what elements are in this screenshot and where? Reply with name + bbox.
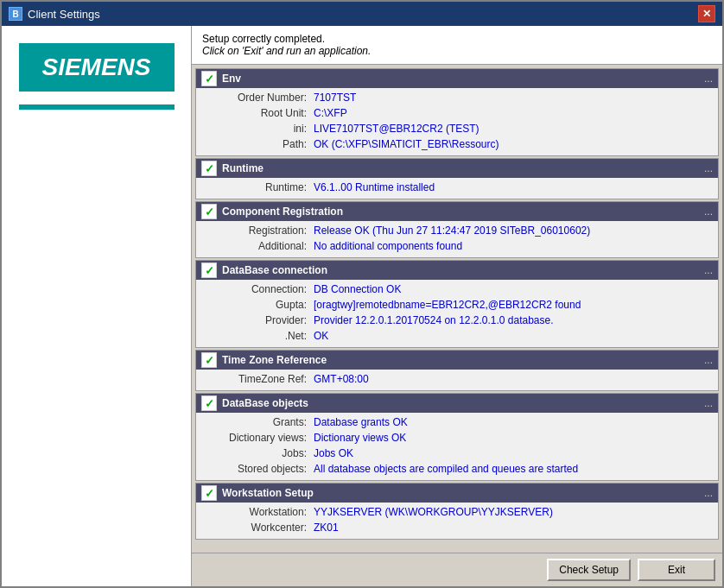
- section-title-component-registration: Component Registration: [222, 205, 704, 218]
- field-value: Release OK (Thu Jun 27 11:24:47 2019 SIT…: [314, 224, 713, 237]
- field-row: Additional:No additional components foun…: [201, 239, 713, 255]
- section-header-database-objects: ✓DataBase objects...: [196, 394, 718, 413]
- section-header-timezone: ✓Time Zone Reference...: [196, 351, 718, 370]
- check-setup-button[interactable]: Check Setup: [547, 559, 631, 581]
- section-dots-component-registration[interactable]: ...: [704, 205, 713, 218]
- close-button[interactable]: ✕: [698, 5, 715, 22]
- section-title-database-objects: DataBase objects: [222, 397, 704, 409]
- checkmark-icon-env: ✓: [205, 73, 214, 85]
- field-row: Path:OK (C:\XFP\SIMATICIT_EBR\Ressourc): [201, 137, 713, 153]
- field-row: Stored objects:All database objects are …: [201, 462, 713, 477]
- sidebar: SIEMENS: [2, 26, 192, 586]
- section-dots-database-connection[interactable]: ...: [704, 264, 713, 276]
- section-header-component-registration: ✓Component Registration...: [196, 202, 718, 221]
- section-dots-database-objects[interactable]: ...: [704, 397, 713, 409]
- section-dots-runtime[interactable]: ...: [704, 162, 713, 174]
- section-runtime: ✓Runtime...Runtime:V6.1..00 Runtime inst…: [195, 158, 719, 199]
- exit-button[interactable]: Exit: [638, 559, 715, 581]
- field-value: 7107TST: [314, 92, 713, 104]
- section-check-component-registration: ✓: [201, 204, 217, 219]
- section-check-runtime: ✓: [201, 161, 217, 176]
- field-value: ZK01: [314, 522, 713, 534]
- title-bar-left: B Client Settings: [9, 7, 100, 21]
- field-label: Root Unit:: [201, 107, 314, 119]
- field-value: Provider 12.2.0.1.20170524 on 12.2.0.1.0…: [314, 314, 713, 326]
- section-check-timezone: ✓: [201, 352, 217, 368]
- bottom-bar: Check Setup Exit: [192, 553, 722, 586]
- field-row: TimeZone Ref:GMT+08:00: [201, 372, 713, 388]
- sections-container: ✓Env...Order Number:7107TSTRoot Unit:C:\…: [192, 65, 722, 553]
- field-label: Path:: [201, 138, 314, 150]
- field-value: OK (C:\XFP\SIMATICIT_EBR\Ressourc): [314, 138, 713, 150]
- app-icon: B: [9, 7, 22, 21]
- field-value: LIVE7107TST@EBR12CR2 (TEST): [314, 123, 713, 135]
- field-label: Grants:: [201, 416, 314, 428]
- field-row: Connection:DB Connection OK: [201, 282, 713, 298]
- section-body-timezone: TimeZone Ref:GMT+08:00: [196, 370, 718, 390]
- section-body-runtime: Runtime:V6.1..00 Runtime installed: [196, 178, 718, 199]
- field-label: Workcenter:: [201, 522, 314, 534]
- field-label: Registration:: [201, 224, 314, 237]
- checkmark-icon-timezone: ✓: [205, 354, 214, 367]
- main-panel: Setup correctly completed. Click on 'Exi…: [192, 26, 722, 586]
- field-label: Connection:: [201, 283, 314, 295]
- field-label: Gupta:: [201, 299, 314, 311]
- field-row: Jobs:Jobs OK: [201, 446, 713, 462]
- checkmark-icon-component-registration: ✓: [205, 205, 214, 218]
- field-value: No additional components found: [314, 240, 713, 252]
- window-title: Client Settings: [28, 8, 100, 21]
- siemens-logo: SIEMENS: [19, 43, 175, 92]
- content-area: SIEMENS Setup correctly completed. Click…: [2, 26, 722, 586]
- checkmark-icon-runtime: ✓: [205, 162, 214, 175]
- field-row: Runtime:V6.1..00 Runtime installed: [201, 180, 713, 196]
- section-header-workstation-setup: ✓Workstation Setup...: [196, 484, 718, 503]
- section-header-database-connection: ✓DataBase connection...: [196, 261, 718, 280]
- field-value: OK: [314, 330, 713, 342]
- field-row: Grants:Database grants OK: [201, 415, 713, 431]
- field-label: Runtime:: [201, 181, 314, 193]
- section-body-database-connection: Connection:DB Connection OKGupta:[oragtw…: [196, 280, 718, 347]
- field-value: V6.1..00 Runtime installed: [314, 181, 713, 193]
- section-dots-workstation-setup[interactable]: ...: [704, 487, 713, 499]
- section-dots-env[interactable]: ...: [704, 73, 713, 85]
- section-dots-timezone[interactable]: ...: [704, 354, 713, 366]
- section-env: ✓Env...Order Number:7107TSTRoot Unit:C:\…: [195, 68, 719, 156]
- status-header: Setup correctly completed. Click on 'Exi…: [192, 26, 722, 65]
- field-value: DB Connection OK: [314, 283, 713, 295]
- field-row: ini:LIVE7107TST@EBR12CR2 (TEST): [201, 122, 713, 137]
- field-value: All database objects are compiled and qu…: [314, 463, 713, 475]
- section-body-component-registration: Registration:Release OK (Thu Jun 27 11:2…: [196, 221, 718, 257]
- section-header-runtime: ✓Runtime...: [196, 159, 718, 178]
- logo-bar: [19, 104, 175, 110]
- section-title-env: Env: [222, 73, 704, 85]
- section-title-workstation-setup: Workstation Setup: [222, 487, 704, 499]
- field-value: Jobs OK: [314, 447, 713, 459]
- field-value: YYJKSERVER (WK\WORKGROUP\YYJKSERVER): [314, 506, 713, 518]
- field-row: Dictionary views:Dictionary views OK: [201, 431, 713, 446]
- field-row: Order Number:7107TST: [201, 91, 713, 106]
- field-row: Registration:Release OK (Thu Jun 27 11:2…: [201, 224, 713, 239]
- field-label: Jobs:: [201, 447, 314, 459]
- section-check-database-connection: ✓: [201, 262, 217, 278]
- checkmark-icon-database-connection: ✓: [205, 264, 214, 277]
- section-body-workstation-setup: Workstation:YYJKSERVER (WK\WORKGROUP\YYJ…: [196, 503, 718, 539]
- field-label: Stored objects:: [201, 463, 314, 475]
- title-bar: B Client Settings ✕: [2, 2, 722, 26]
- field-row: Workcenter:ZK01: [201, 521, 713, 536]
- section-check-workstation-setup: ✓: [201, 485, 217, 501]
- field-row: Workstation:YYJKSERVER (WK\WORKGROUP\YYJ…: [201, 505, 713, 521]
- section-check-env: ✓: [201, 71, 217, 86]
- field-label: Dictionary views:: [201, 432, 314, 444]
- field-row: Provider:Provider 12.2.0.1.20170524 on 1…: [201, 313, 713, 329]
- field-row: .Net:OK: [201, 329, 713, 345]
- section-workstation-setup: ✓Workstation Setup...Workstation:YYJKSER…: [195, 483, 719, 540]
- field-label: ini:: [201, 123, 314, 135]
- main-window: B Client Settings ✕ SIEMENS Setup correc…: [0, 0, 724, 588]
- field-label: Order Number:: [201, 92, 314, 104]
- field-label: Additional:: [201, 240, 314, 252]
- field-value: Database grants OK: [314, 416, 713, 428]
- field-row: Root Unit:C:\XFP: [201, 106, 713, 122]
- field-value: [oragtwy]remotedbname=EBR12CR2,@EBR12CR2…: [314, 299, 713, 311]
- section-check-database-objects: ✓: [201, 395, 217, 411]
- field-label: Provider:: [201, 314, 314, 326]
